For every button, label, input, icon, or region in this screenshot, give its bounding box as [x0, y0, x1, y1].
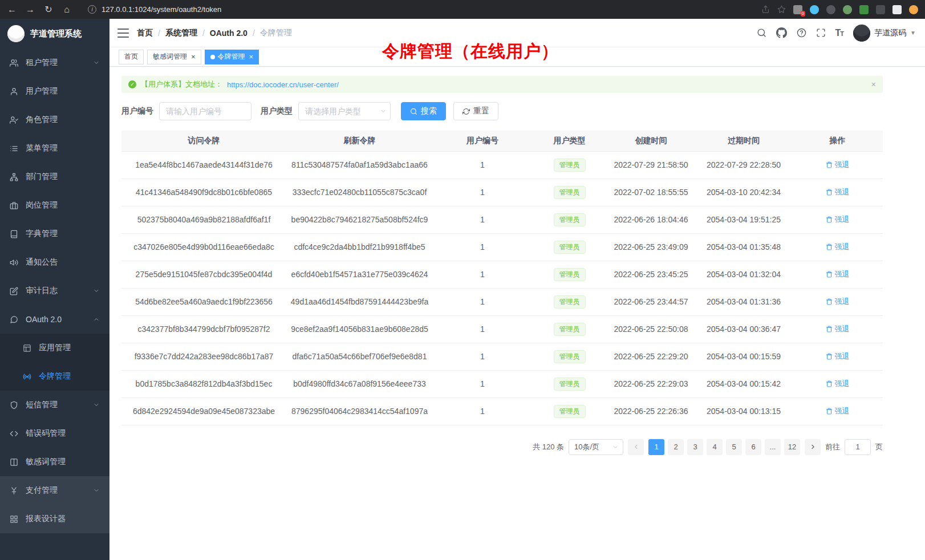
force-logout-button[interactable]: 强退	[826, 160, 850, 170]
help-icon[interactable]	[797, 28, 806, 38]
font-size-icon[interactable]: TT	[835, 28, 844, 38]
page-size-select[interactable]: 10条/页	[569, 439, 623, 455]
user-id-cell: 1	[433, 233, 532, 261]
refresh-token-cell: dfa6c71a50a54c66bef706ef9e6e8d81	[286, 343, 433, 370]
hamburger-icon[interactable]	[117, 29, 129, 38]
created-time-cell: 2022-06-25 23:44:57	[607, 288, 695, 315]
user-type-label: 用户类型	[261, 106, 293, 116]
page-button-4[interactable]: 4	[707, 439, 723, 455]
sidebar-item[interactable]: 角色管理	[0, 105, 109, 134]
site-info-icon[interactable]: i	[88, 5, 96, 14]
sidebar-item[interactable]: 岗位管理	[0, 191, 109, 220]
tab-home[interactable]: 首页	[119, 50, 144, 64]
sidebar-item[interactable]: 字典管理	[0, 220, 109, 248]
next-page-button[interactable]	[805, 439, 821, 455]
page-button-6[interactable]: 6	[745, 439, 761, 455]
menu-label: 错误码管理	[26, 428, 66, 439]
force-logout-button[interactable]: 强退	[826, 214, 850, 225]
sidebar-item[interactable]: 通知公告	[0, 248, 109, 277]
breadcrumb-item[interactable]: 首页	[137, 28, 153, 38]
sidebar-item[interactable]: 审计日志	[0, 277, 109, 305]
extension-icon[interactable]	[826, 5, 835, 14]
user-id-cell: 1	[433, 370, 532, 397]
refresh-token-cell: b0df4980ffd34c67a08f9156e4eee733	[286, 370, 433, 397]
force-logout-button[interactable]: 强退	[826, 324, 850, 334]
forward-button[interactable]: →	[25, 5, 35, 15]
github-icon[interactable]	[776, 27, 787, 38]
force-logout-button[interactable]: 强退	[826, 242, 850, 252]
created-time-cell: 2022-06-26 18:04:46	[607, 206, 695, 233]
user-id-input[interactable]	[159, 102, 251, 120]
force-logout-button[interactable]: 强退	[826, 351, 850, 362]
access-token-cell: 275e5de9151045fe87cbdc395e004f4d	[121, 261, 286, 288]
page-button-1[interactable]: 1	[648, 439, 664, 455]
extension-icon[interactable]	[859, 5, 869, 14]
search-button[interactable]: 搜索	[401, 102, 446, 120]
force-logout-label: 强退	[835, 379, 850, 389]
menu-label: 字典管理	[26, 229, 58, 239]
sidebar-item[interactable]: 短信管理	[0, 391, 109, 419]
extension-icon[interactable]	[810, 5, 819, 14]
home-button[interactable]: ⌂	[62, 5, 72, 15]
page-button-2[interactable]: 2	[668, 439, 684, 455]
user-type-select[interactable]	[298, 102, 391, 120]
sidebar-item[interactable]: 部门管理	[0, 163, 109, 191]
sidebar-item[interactable]: 支付管理	[0, 476, 109, 505]
sidebar-item[interactable]: 菜单管理	[0, 134, 109, 163]
trash-icon	[826, 244, 833, 250]
search-icon[interactable]	[757, 28, 766, 38]
back-button[interactable]: ←	[7, 5, 17, 15]
sidebar-item[interactable]: 错误码管理	[0, 419, 109, 448]
user-menu[interactable]: 芋道源码 ▼	[853, 25, 916, 42]
app-logo[interactable]: 芋道管理系统	[0, 19, 109, 48]
profile-avatar-icon[interactable]	[909, 5, 918, 14]
page-button-5[interactable]: 5	[726, 439, 742, 455]
reset-button[interactable]: 重置	[453, 102, 498, 120]
address-bar[interactable]: i 127.0.0.1:1024/system/oauth2/token	[88, 5, 221, 14]
user-id-cell: 1	[433, 261, 532, 288]
goto-page-input[interactable]	[845, 439, 871, 455]
trash-icon	[826, 189, 833, 196]
sidebar-item[interactable]: 应用管理	[0, 334, 109, 362]
close-icon[interactable]: ×	[871, 80, 876, 89]
breadcrumb-item[interactable]: 系统管理	[165, 28, 197, 38]
page-button-12[interactable]: 12	[784, 439, 800, 455]
doc-link[interactable]: https://doc.iocoder.cn/user-center/	[227, 80, 339, 89]
force-logout-button[interactable]: 强退	[826, 269, 850, 279]
menu-label: 审计日志	[26, 286, 58, 296]
pager-more-button[interactable]: ...	[765, 439, 781, 455]
force-logout-button[interactable]: 强退	[826, 187, 850, 197]
book-icon	[10, 230, 18, 238]
force-logout-button[interactable]: 强退	[826, 297, 850, 307]
force-logout-button[interactable]: 强退	[826, 406, 850, 416]
prev-page-button[interactable]	[628, 439, 644, 455]
menu-label: 用户管理	[26, 86, 58, 96]
access-token-cell: b0d1785bc3a8482f812db4a3f3bd15ec	[121, 370, 286, 397]
sidebar-item[interactable]: 敏感词管理	[0, 448, 109, 476]
breadcrumb-separator: /	[158, 29, 160, 38]
tab-token-management[interactable]: 令牌管理 ×	[205, 50, 259, 64]
share-icon[interactable]	[761, 5, 770, 14]
fullscreen-icon[interactable]	[816, 28, 826, 38]
extension-icon[interactable]	[843, 5, 852, 14]
refresh-token-cell: e6cfd40eb1f54571a31e775e039c4624	[286, 261, 433, 288]
bookmark-star-icon[interactable]	[777, 5, 786, 14]
extension-icon[interactable]	[876, 5, 885, 14]
reload-button[interactable]: ↻	[43, 4, 54, 15]
breadcrumb-item[interactable]: OAuth 2.0	[210, 29, 248, 38]
org-icon	[10, 173, 18, 181]
sidebar-item[interactable]: 用户管理	[0, 77, 109, 105]
tab-sensitive-words[interactable]: 敏感词管理 ×	[147, 50, 201, 64]
force-logout-button[interactable]: 强退	[826, 379, 850, 389]
sidebar-item[interactable]: 租户管理	[0, 48, 109, 77]
sidebar-item[interactable]: 报表设计器	[0, 505, 109, 533]
extension-icon[interactable]: 0	[793, 5, 802, 14]
expire-time-cell: 2022-07-29 22:28:50	[695, 151, 792, 178]
split-view-icon[interactable]	[892, 5, 902, 14]
close-icon[interactable]: ×	[191, 53, 196, 60]
close-icon[interactable]: ×	[249, 53, 254, 60]
user-type-select-input[interactable]	[298, 102, 391, 120]
page-button-3[interactable]: 3	[687, 439, 703, 455]
sidebar-item[interactable]: OAuth 2.0	[0, 305, 109, 334]
sidebar-item[interactable]: 令牌管理	[0, 362, 109, 391]
